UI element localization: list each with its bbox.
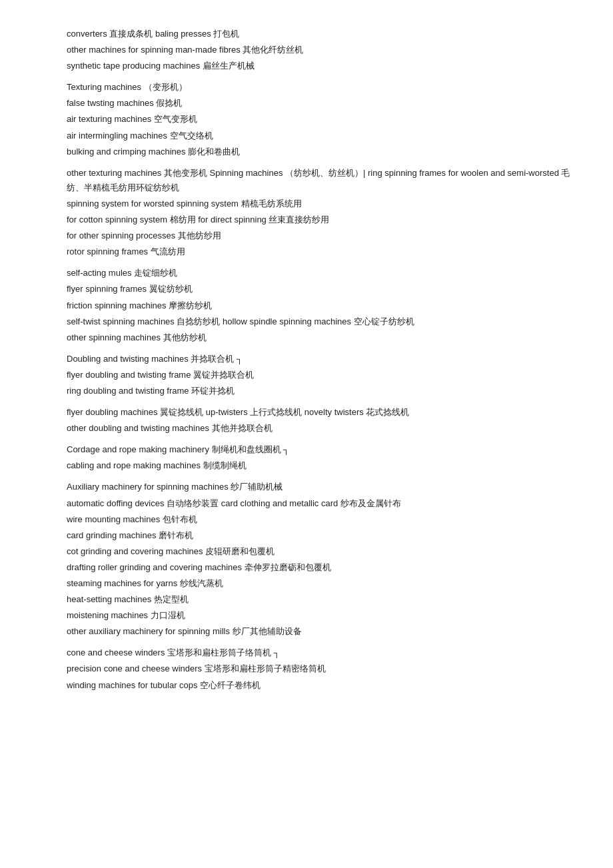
text-line-line28: wire mounting machines 包针布机 xyxy=(67,512,573,527)
text-line-line18: other spinning machines 其他纺纱机 xyxy=(67,330,573,345)
text-line-line12: for other spinning processes 其他纺纱用 xyxy=(67,228,573,243)
text-line-line19: Doubling and twisting machines 并捻联合机 ┐ xyxy=(67,352,573,366)
text-line-line25: cabling and rope making machines 制缆制绳机 xyxy=(67,458,573,473)
text-line-line22: flyer doubling machines 翼锭捻线机 up-twister… xyxy=(67,405,573,420)
text-line-line31: drafting roller grinding and covering ma… xyxy=(67,560,573,575)
text-line-line23: other doubling and twisting machines 其他并… xyxy=(67,421,573,436)
text-line-line6: air texturing machines 空气变形机 xyxy=(67,112,573,127)
text-line-line5: false twsting machines 假捻机 xyxy=(67,96,573,111)
text-line-line21: ring doubling and twisting frame 环锭并捻机 xyxy=(67,384,573,398)
text-line-line30: cot grinding and covering machines 皮辊研磨和… xyxy=(67,544,573,559)
text-line-line24: Cordage and rope making machinery 制绳机和盘线… xyxy=(67,442,573,457)
text-line-line33: heat-setting machines 热定型机 xyxy=(67,592,573,607)
text-line-line8: bulking and crimping machines 膨化和卷曲机 xyxy=(67,145,573,159)
text-line-line27: automatic doffing devices 自动络纱装置 card cl… xyxy=(67,496,573,511)
text-line-line10: spinning system for worsted spinning sys… xyxy=(67,197,573,211)
text-line-line9: other texturing machines 其他变形机 Spinning … xyxy=(67,166,573,195)
text-line-line37: precision cone and cheese winders 宝塔形和扁柱… xyxy=(67,661,573,676)
text-line-line29: card grinding machines 磨针布机 xyxy=(67,528,573,543)
main-content: converters 直接成条机 baling presses 打包机other… xyxy=(67,27,573,693)
text-line-line36: cone and cheese winders 宝塔形和扁柱形筒子络筒机 ┐ xyxy=(67,646,573,660)
text-line-line2: other machines for spinning man-made fib… xyxy=(67,43,573,57)
text-line-line11: for cotton spinning system 棉纺用 for direc… xyxy=(67,213,573,227)
text-line-line16: friction spinning machines 摩擦纺纱机 xyxy=(67,298,573,313)
text-line-line32: steaming machines for yarns 纱线汽蒸机 xyxy=(67,576,573,591)
text-line-line14: self-acting mules 走锭细纱机 xyxy=(67,266,573,280)
text-line-line13: rotor spinning frames 气流纺用 xyxy=(67,244,573,259)
text-line-line35: other auxiliary machinery for spinning m… xyxy=(67,624,573,639)
text-line-line3: synthetic tape producing machines 扁丝生产机械 xyxy=(67,59,573,73)
text-line-line34: moistening machines 力口湿机 xyxy=(67,608,573,623)
text-line-line7: air intermingling machines 空气交络机 xyxy=(67,129,573,143)
text-line-line17: self-twist spinning machines 自捻纺纱机 hollo… xyxy=(67,314,573,329)
text-line-line15: flyer spinning frames 翼锭纺纱机 xyxy=(67,282,573,296)
text-line-line20: flyer doubling and twisting frame 翼锭并捻联合… xyxy=(67,368,573,382)
text-line-line1: converters 直接成条机 baling presses 打包机 xyxy=(67,27,573,41)
text-line-line38: winding machines for tubular cops 空心纤子卷纬… xyxy=(67,678,573,693)
text-line-line4: Texturing machines （变形机） xyxy=(67,80,573,95)
text-line-line26: Auxiliary machinery for spinning machine… xyxy=(67,480,573,494)
